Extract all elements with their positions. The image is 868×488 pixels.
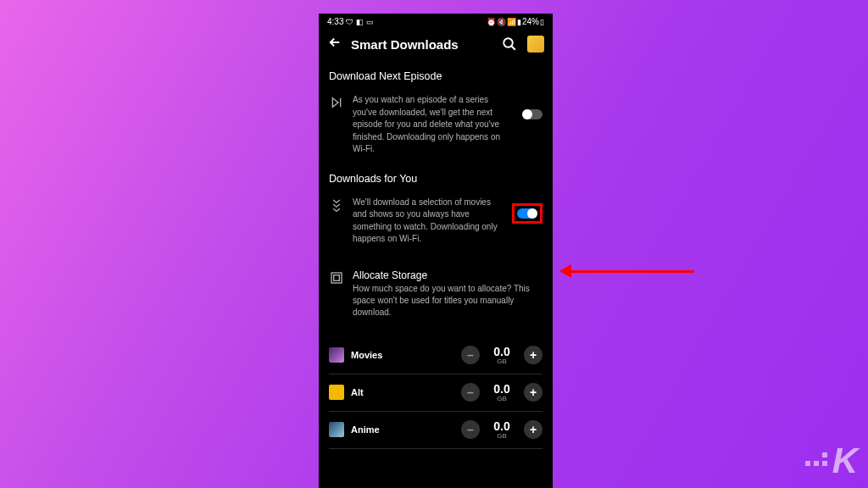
downloads-icon bbox=[329, 198, 344, 214]
mute-icon: 🔇 bbox=[497, 18, 506, 26]
arrow-head-icon bbox=[559, 264, 571, 278]
search-icon[interactable] bbox=[502, 36, 517, 52]
profile-avatar[interactable] bbox=[527, 36, 544, 53]
svg-rect-2 bbox=[334, 274, 340, 280]
storage-item-alt: Alt – 0.0 GB + bbox=[329, 374, 542, 412]
storage-name: Movies bbox=[351, 350, 454, 360]
storage-item-anime: Anime – 0.0 GB + bbox=[329, 412, 542, 449]
watermark: K bbox=[805, 441, 858, 481]
allocate-description: How much space do you want to allocate? … bbox=[353, 283, 542, 319]
download-next-episode-section: Download Next Episode As you watch an ep… bbox=[319, 70, 553, 168]
storage-item-movies: Movies – 0.0 GB + bbox=[329, 337, 542, 374]
movies-thumb-icon bbox=[329, 347, 344, 363]
phone-screen: 4:33 🛡 ◧ ▭ ⏰ 🔇 📶 ▮ 24% ▯ Smart Downloads… bbox=[319, 14, 553, 488]
svg-point-0 bbox=[504, 38, 513, 47]
alt-thumb-icon bbox=[329, 385, 344, 400]
storage-unit: GB bbox=[487, 358, 517, 365]
wifi-icon: 📶 bbox=[507, 18, 516, 26]
storage-unit: GB bbox=[487, 395, 517, 402]
battery-icon: ▯ bbox=[540, 18, 544, 26]
section-title-for-you: Downloads for You bbox=[329, 173, 542, 185]
play-next-icon bbox=[329, 96, 344, 109]
storage-name: Anime bbox=[351, 424, 454, 435]
app1-icon: ◧ bbox=[356, 18, 364, 26]
storage-value: 0.0 bbox=[487, 383, 517, 395]
app2-icon: ▭ bbox=[366, 18, 374, 26]
anime-thumb-icon bbox=[329, 422, 344, 437]
shield-icon: 🛡 bbox=[346, 18, 353, 26]
status-bar: 4:33 🛡 ◧ ▭ ⏰ 🔇 📶 ▮ 24% ▯ bbox=[319, 14, 553, 28]
for-you-description: We'll download a selection of movies and… bbox=[353, 197, 504, 246]
highlight-box bbox=[512, 203, 542, 224]
signal-icon: ▮ bbox=[517, 18, 521, 26]
decrease-button[interactable]: – bbox=[461, 346, 480, 364]
storage-unit: GB bbox=[487, 432, 517, 440]
svg-rect-1 bbox=[331, 273, 342, 283]
watermark-letter: K bbox=[832, 441, 858, 481]
storage-value: 0.0 bbox=[487, 346, 517, 358]
allocate-title: Allocate Storage bbox=[353, 269, 542, 281]
section-title-next: Download Next Episode bbox=[329, 70, 542, 82]
increase-button[interactable]: + bbox=[524, 383, 542, 402]
page-title: Smart Downloads bbox=[351, 37, 493, 52]
storage-icon bbox=[329, 271, 344, 285]
increase-button[interactable]: + bbox=[524, 420, 542, 439]
storage-value: 0.0 bbox=[487, 420, 517, 432]
downloads-for-you-section: Downloads for You We'll download a selec… bbox=[319, 173, 553, 449]
decrease-button[interactable]: – bbox=[461, 420, 480, 439]
for-you-toggle[interactable] bbox=[517, 208, 537, 219]
alarm-icon: ⏰ bbox=[487, 18, 496, 26]
next-episode-description: As you watch an episode of a series you'… bbox=[353, 94, 514, 156]
back-arrow-icon[interactable] bbox=[327, 35, 342, 53]
increase-button[interactable]: + bbox=[524, 346, 542, 364]
header: Smart Downloads bbox=[319, 28, 553, 65]
status-battery: 24% bbox=[522, 17, 539, 26]
status-time: 4:33 bbox=[327, 17, 343, 26]
decrease-button[interactable]: – bbox=[461, 383, 480, 402]
next-episode-toggle[interactable] bbox=[522, 109, 542, 119]
arrow-line bbox=[571, 270, 694, 273]
annotation-arrow bbox=[559, 264, 694, 278]
storage-name: Alt bbox=[351, 387, 454, 397]
